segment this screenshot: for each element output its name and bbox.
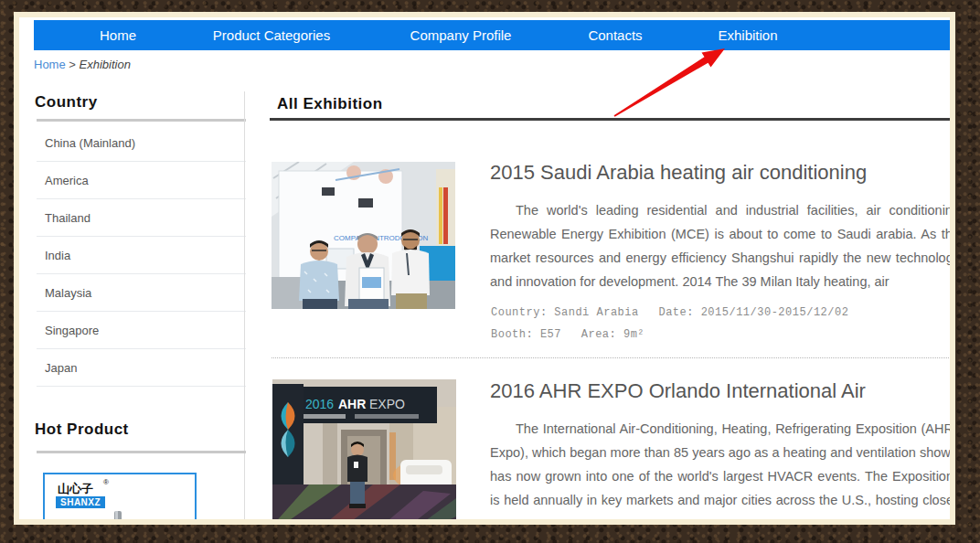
meta-country-label: Country: <box>491 306 548 319</box>
hot-product-card[interactable]: 山心子 ® SHANXZ <box>43 473 197 525</box>
red-arrow-annotation <box>609 43 751 134</box>
top-nav: Home Product Categories Company Profile … <box>34 20 955 50</box>
meta-line-2: Booth: E57 Area: 9m² <box>491 324 848 346</box>
exhibition-photo-saudi[interactable]: COMPANY INTRODUCTION <box>272 162 455 309</box>
meta-date-value: 2015/11/30-2015/12/02 <box>701 306 849 319</box>
hot-product-section-title: Hot Product <box>35 421 129 439</box>
meta-booth-label: Booth: <box>491 328 533 341</box>
exhibition-description-saudi: The world's leading residential and indu… <box>490 198 955 293</box>
country-item-america[interactable]: America <box>37 162 246 199</box>
exhibition-meta-saudi: Country: Sandi Arabia Date: 2015/11/30-2… <box>491 302 848 346</box>
brand-latin-badge: SHANXZ <box>56 496 105 508</box>
exhibition-separator <box>272 357 955 358</box>
page-title: All Exhibition <box>277 95 383 113</box>
country-section-title: Country <box>35 93 98 112</box>
country-item-singapore[interactable]: Singapore <box>37 312 246 349</box>
exhibition-title-ahr-expo[interactable]: 2016 AHR EXPO Orlando International Air <box>490 379 866 403</box>
breadcrumb-current: Exhibition <box>80 58 131 71</box>
hot-product-image <box>45 509 195 525</box>
svg-text:AHR: AHR <box>338 397 366 411</box>
country-list: China (Mainland) America Thailand India … <box>37 124 246 387</box>
breadcrumb-home-link[interactable]: Home <box>34 58 66 71</box>
breadcrumb: Home > Exhibition <box>34 58 131 71</box>
breadcrumb-separator: > <box>66 58 80 71</box>
country-item-india[interactable]: India <box>37 237 246 274</box>
meta-area-value: 9m² <box>623 328 644 341</box>
page-frame: Home Product Categories Company Profile … <box>14 12 955 525</box>
exhibition-photo-ahr-expo[interactable]: 2016 AHR EXPO <box>272 379 456 525</box>
country-item-malaysia[interactable]: Malaysia <box>37 274 246 312</box>
exhibition-title-saudi[interactable]: 2015 Saudi Arabia heating air conditioni… <box>490 161 867 185</box>
meta-country-value: Sandi Arabia <box>554 306 638 319</box>
nav-item-home[interactable]: Home <box>34 27 202 43</box>
meta-date-label: Date: <box>658 306 694 319</box>
svg-text:2016: 2016 <box>305 397 334 411</box>
nav-item-company-profile[interactable]: Company Profile <box>341 27 581 43</box>
sidebar-main-divider <box>244 91 245 519</box>
nav-item-exhibition[interactable]: Exhibition <box>650 27 846 43</box>
country-item-thailand[interactable]: Thailand <box>37 199 246 237</box>
country-item-japan[interactable]: Japan <box>37 349 246 387</box>
meta-line-1: Country: Sandi Arabia Date: 2015/11/30-2… <box>491 302 848 324</box>
country-title-rule <box>37 119 246 122</box>
country-item-china[interactable]: China (Mainland) <box>37 124 246 162</box>
meta-area-label: Area: <box>581 328 617 341</box>
nav-item-contacts[interactable]: Contacts <box>581 27 650 43</box>
nav-item-product-categories[interactable]: Product Categories <box>202 27 341 43</box>
registered-mark: ® <box>103 478 109 486</box>
svg-text:EXPO: EXPO <box>369 397 405 411</box>
exhibition-description-ahr-expo: The International Air-Conditioning, Heat… <box>490 417 953 525</box>
hot-product-title-rule <box>37 451 246 453</box>
meta-booth-value: E57 <box>540 328 561 341</box>
brand-cjk-label: 山心子 <box>58 481 93 497</box>
